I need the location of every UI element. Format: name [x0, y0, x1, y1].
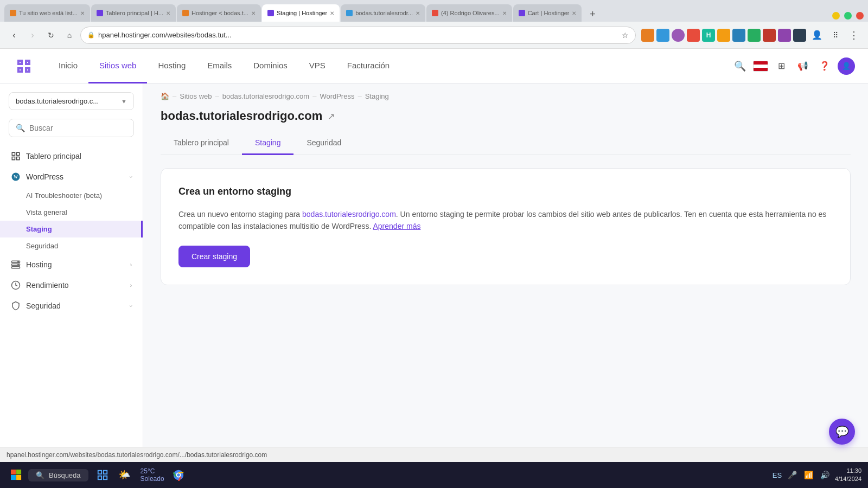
taskbar-icon-explorer[interactable]: [93, 465, 112, 485]
nav-link-vps[interactable]: VPS: [298, 49, 336, 84]
chevron-down-icon2: ›: [128, 305, 134, 306]
taskbar-icon-mic[interactable]: 🎤: [786, 469, 798, 481]
svg-rect-14: [11, 475, 16, 480]
site-title: bodas.tutorialesrodrigo.com: [161, 109, 322, 123]
tab[interactable]: Tu sitio web está list... ✕: [4, 4, 90, 22]
back-button[interactable]: ‹: [7, 28, 22, 43]
app: Inicio Sitios web Hosting Emails Dominio…: [0, 49, 868, 462]
taskbar-icon-sound[interactable]: 🔊: [819, 469, 831, 481]
tab[interactable]: Tablero principal | H... ✕: [91, 4, 176, 22]
avatar-button[interactable]: 👤: [838, 57, 855, 75]
tab-tablero[interactable]: Tablero principal: [161, 132, 242, 155]
sidebar-item-tablero[interactable]: Tablero principal: [0, 146, 143, 166]
site-selector[interactable]: bodas.tutorialesrodrigo.c... ▼: [9, 92, 134, 110]
nav-link-emails[interactable]: Emails: [196, 49, 242, 84]
tab[interactable]: Hostinger < bodas.t... ✕: [177, 4, 261, 22]
bookmark-icon[interactable]: ☆: [622, 31, 629, 40]
start-button[interactable]: [7, 465, 26, 485]
flag-icon[interactable]: [753, 61, 768, 72]
extension-icon-10[interactable]: [778, 29, 791, 42]
extension-icon-8[interactable]: [748, 29, 761, 42]
wordpress-icon: W: [11, 172, 21, 182]
extension-icon-9[interactable]: [763, 29, 776, 42]
chevron-right-icon2: ›: [130, 282, 132, 288]
sidebar-item-wordpress[interactable]: W WordPress ›: [0, 166, 143, 187]
windows-logo-icon: [11, 470, 22, 480]
tab-seguridad[interactable]: Seguridad: [293, 132, 354, 155]
learn-more-link[interactable]: Aprender más: [373, 222, 420, 230]
forward-button[interactable]: ›: [25, 28, 40, 43]
dashboard-icon[interactable]: ⊞: [773, 57, 790, 75]
help-icon[interactable]: ❓: [816, 57, 833, 75]
svg-rect-8: [12, 267, 20, 268]
search-nav-button[interactable]: 🔍: [731, 57, 749, 75]
chevron-down-icon: ▼: [121, 98, 127, 105]
close-window-button[interactable]: [856, 12, 864, 20]
extensions-button[interactable]: ⠿: [828, 28, 843, 43]
breadcrumb-wordpress[interactable]: WordPress: [320, 92, 354, 100]
svg-point-9: [18, 261, 19, 262]
extension-icon-2[interactable]: [656, 29, 669, 42]
chat-bubble[interactable]: 💬: [829, 419, 855, 445]
taskbar-search[interactable]: 🔍 Búsqueda: [28, 469, 88, 481]
home-button[interactable]: ⌂: [62, 28, 77, 43]
extension-icon-5[interactable]: H: [702, 29, 715, 42]
extension-icon-3[interactable]: [672, 29, 685, 42]
extension-icon-7[interactable]: [732, 29, 745, 42]
profile-button[interactable]: 👤: [809, 28, 825, 43]
extension-icon-11[interactable]: [793, 29, 806, 42]
nav-link-hosting[interactable]: Hosting: [147, 49, 196, 84]
sidebar-item-seguridad[interactable]: Seguridad ›: [0, 296, 143, 316]
maximize-button[interactable]: [844, 12, 852, 20]
address-bar[interactable]: 🔒 hpanel.hostinger.com/websites/bodas.tu…: [80, 27, 636, 44]
address-text: hpanel.hostinger.com/websites/bodas.tut.…: [98, 31, 618, 39]
breadcrumb-sep3: –: [312, 92, 316, 100]
breadcrumb-sep: –: [173, 92, 176, 100]
sidebar-sub-item-vista[interactable]: Vista general: [0, 204, 143, 221]
extension-icon-1[interactable]: [641, 29, 654, 42]
new-tab-button[interactable]: +: [585, 7, 600, 22]
tab[interactable]: Cart | Hostinger ✕: [513, 4, 582, 22]
taskbar-icon-widget[interactable]: 🌤️: [114, 465, 134, 485]
sidebar-search-input[interactable]: [29, 124, 127, 132]
create-staging-button[interactable]: Crear staging: [178, 246, 250, 267]
svg-rect-2: [12, 157, 15, 160]
svg-rect-0: [12, 152, 15, 155]
svg-rect-3: [17, 157, 20, 160]
nav-link-sitios-web[interactable]: Sitios web: [88, 49, 147, 84]
taskbar-icon-chrome[interactable]: [169, 465, 188, 485]
external-link-icon[interactable]: ↗: [328, 111, 335, 121]
tab[interactable]: (4) Rodrigo Olivares... ✕: [426, 4, 512, 22]
nav-link-facturacion[interactable]: Facturación: [336, 49, 400, 84]
minimize-button[interactable]: [832, 12, 840, 20]
reload-button[interactable]: ↻: [43, 28, 59, 43]
breadcrumb-sitios-web[interactable]: Sitios web: [180, 92, 212, 100]
sidebar-item-hosting[interactable]: Hosting ›: [0, 254, 143, 275]
extension-icon-6[interactable]: [717, 29, 730, 42]
tab[interactable]: bodas.tutorialesrodr... ✕: [341, 4, 425, 22]
nav-link-inicio[interactable]: Inicio: [48, 49, 88, 84]
logo[interactable]: [13, 55, 35, 77]
svg-rect-18: [98, 476, 101, 479]
notification-icon[interactable]: 📢: [794, 57, 812, 75]
sidebar-item-rendimiento[interactable]: Rendimiento ›: [0, 275, 143, 296]
domain-link[interactable]: bodas.tutorialesrodrigo.com: [302, 210, 396, 219]
nav-link-dominios[interactable]: Dominios: [242, 49, 298, 84]
sidebar-sub-item-seguridad-wp[interactable]: Seguridad: [0, 237, 143, 254]
taskbar-icon-network[interactable]: 📶: [802, 469, 814, 481]
breadcrumb-domain[interactable]: bodas.tutorialesrodrigo.com: [222, 92, 309, 100]
svg-rect-13: [16, 470, 21, 474]
chevron-right-icon: ›: [130, 262, 132, 268]
home-icon[interactable]: 🏠: [161, 92, 169, 100]
tab-staging[interactable]: Staging: [242, 132, 293, 155]
sidebar-sub-item-staging[interactable]: Staging: [0, 221, 143, 237]
menu-button[interactable]: ⋮: [846, 28, 861, 43]
chrome-icon: [173, 469, 184, 481]
extension-icon-4[interactable]: [687, 29, 700, 42]
taskbar-icon-lang[interactable]: ES: [773, 471, 782, 479]
tabs-container: Tablero principal Staging Seguridad: [161, 132, 851, 155]
sidebar-sub-item-ai[interactable]: AI Troubleshooter (beta): [0, 187, 143, 204]
security-icon: [11, 301, 21, 311]
chevron-down-icon: ›: [128, 176, 134, 177]
tab-active[interactable]: Staging | Hostinger ✕: [262, 4, 340, 22]
